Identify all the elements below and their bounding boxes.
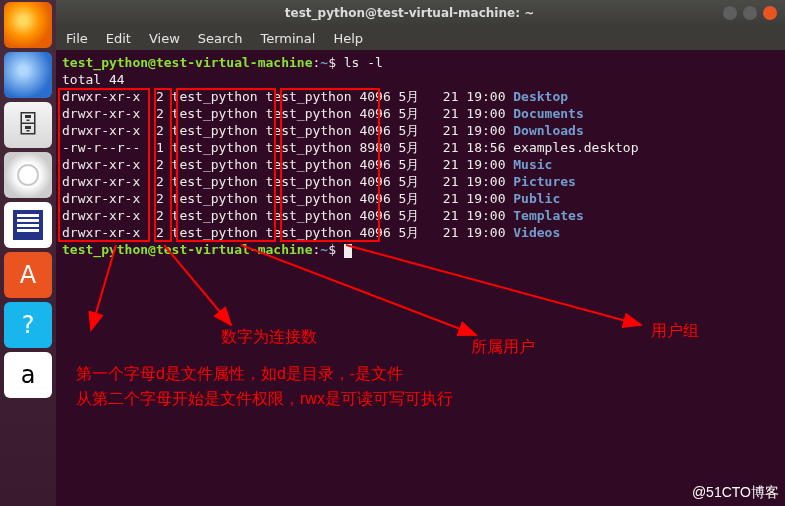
terminal-window: test_python@test-virtual-machine: ~ File… (56, 0, 785, 506)
annotation-label-links: 数字为连接数 (221, 328, 317, 345)
svg-line-2 (164, 245, 231, 325)
command-text: ls -l (344, 55, 383, 70)
ls-filename: Downloads (513, 123, 583, 138)
ls-filename: Pictures (513, 174, 576, 189)
svg-line-3 (241, 245, 476, 335)
launcher-files[interactable]: 🗄 (4, 102, 52, 148)
window-buttons (723, 6, 785, 20)
ls-row: drwxr-xr-x 2 test_python test_python 409… (62, 191, 513, 206)
window-titlebar: test_python@test-virtual-machine: ~ (56, 0, 785, 26)
ls-row: drwxr-xr-x 2 test_python test_python 409… (62, 89, 513, 104)
ls-row: drwxr-xr-x 2 test_python test_python 409… (62, 225, 513, 240)
annotation-explain-2: 从第二个字母开始是文件权限，rwx是可读可写可执行 (76, 390, 453, 407)
ls-filename: Desktop (513, 89, 568, 104)
menu-terminal[interactable]: Terminal (260, 31, 315, 46)
terminal-body[interactable]: test_python@test-virtual-machine:~$ ls -… (56, 50, 785, 506)
window-title: test_python@test-virtual-machine: ~ (96, 6, 723, 20)
launcher-amazon[interactable]: a (4, 352, 52, 398)
prompt-path: ~ (320, 55, 328, 70)
prompt-user: test_python (62, 55, 148, 70)
menu-bar: FileEditViewSearchTerminalHelp (56, 26, 785, 50)
ls-row: drwxr-xr-x 2 test_python test_python 409… (62, 123, 513, 138)
ls-filename: Documents (513, 106, 583, 121)
menu-search[interactable]: Search (198, 31, 243, 46)
menu-help[interactable]: Help (333, 31, 363, 46)
total-line: total 44 (62, 72, 125, 87)
ls-row: drwxr-xr-x 2 test_python test_python 409… (62, 106, 513, 121)
ls-filename: Public (513, 191, 560, 206)
svg-line-4 (346, 245, 641, 325)
watermark-text: @51CTO博客 (692, 484, 779, 502)
menu-view[interactable]: View (149, 31, 180, 46)
annotation-label-owner: 所属用户 (471, 338, 535, 355)
desktop: 🗄A?a test_python@test-virtual-machine: ~… (0, 0, 785, 506)
ls-filename: examples.desktop (513, 140, 638, 155)
annotation-explain-1: 第一个字母d是文件属性，如d是目录，-是文件 (76, 365, 403, 382)
terminal-cursor (344, 244, 352, 258)
ls-row: drwxr-xr-x 2 test_python test_python 409… (62, 157, 513, 172)
ls-filename: Videos (513, 225, 560, 240)
ls-filename: Templates (513, 208, 583, 223)
ls-row: drwxr-xr-x 2 test_python test_python 409… (62, 208, 513, 223)
minimize-button[interactable] (723, 6, 737, 20)
launcher-firefox[interactable] (4, 2, 52, 48)
svg-line-1 (91, 245, 116, 330)
launcher-thunderbird[interactable] (4, 52, 52, 98)
ls-row: drwxr-xr-x 2 test_python test_python 409… (62, 174, 513, 189)
launcher-writer[interactable] (4, 202, 52, 248)
menu-file[interactable]: File (66, 31, 88, 46)
launcher-software[interactable]: A (4, 252, 52, 298)
launcher-help[interactable]: ? (4, 302, 52, 348)
annotation-label-group: 用户组 (651, 322, 699, 339)
ls-filename: Music (513, 157, 552, 172)
prompt-host: test-virtual-machine (156, 55, 313, 70)
close-button[interactable] (763, 6, 777, 20)
launcher-bar: 🗄A?a (0, 0, 56, 506)
maximize-button[interactable] (743, 6, 757, 20)
ls-row: -rw-r--r-- 1 test_python test_python 898… (62, 140, 513, 155)
launcher-rhythmbox[interactable] (4, 152, 52, 198)
menu-edit[interactable]: Edit (106, 31, 131, 46)
